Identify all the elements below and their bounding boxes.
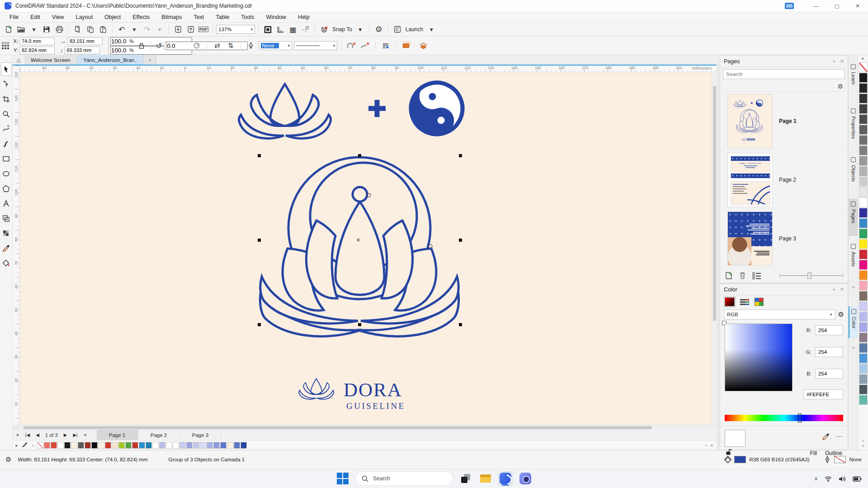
docker-tab-pages[interactable]: Pages <box>849 199 858 236</box>
palette-swatch[interactable] <box>44 442 50 449</box>
palette-swatch[interactable] <box>220 442 226 449</box>
page-1-thumbnail[interactable] <box>727 94 773 148</box>
palette-swatch[interactable] <box>146 442 152 449</box>
options-button[interactable]: ⚙ <box>373 23 385 35</box>
palette-scroll-right[interactable]: › <box>705 443 707 448</box>
side-palette-swatch[interactable] <box>859 114 868 124</box>
side-palette-swatch[interactable] <box>859 156 868 166</box>
page-tab-1[interactable]: Page 1 <box>97 430 138 440</box>
side-palette-swatch[interactable] <box>859 385 868 394</box>
palette-swatch[interactable] <box>179 442 186 449</box>
open-button[interactable] <box>15 23 27 35</box>
pages-options-gear-icon[interactable]: ⚙ <box>837 83 843 90</box>
palette-swatch[interactable] <box>71 442 77 449</box>
cut-button[interactable] <box>72 23 84 35</box>
selection-handle-s[interactable] <box>358 323 361 326</box>
horizontal-scrollbar-thumb[interactable] <box>24 426 652 429</box>
side-palette-swatch[interactable] <box>859 353 868 363</box>
color-eyedropper-icon[interactable] <box>822 433 829 440</box>
battery-icon[interactable] <box>853 476 862 482</box>
palette-swatch[interactable] <box>132 442 138 449</box>
side-palette-swatch[interactable] <box>859 104 868 114</box>
mirror-horizontal-button[interactable]: ⇄ <box>211 40 223 52</box>
palette-swatch[interactable] <box>200 442 206 449</box>
side-palette-swatch[interactable] <box>859 374 868 384</box>
menu-window[interactable]: Window <box>260 13 292 22</box>
side-palette-swatch[interactable] <box>859 322 868 332</box>
page-3-label[interactable]: Page 3 <box>779 235 796 242</box>
new-document-tab-button[interactable]: + <box>144 55 156 65</box>
previous-page-button[interactable]: ◀ <box>33 430 42 440</box>
color-palettes-icon[interactable] <box>755 298 764 306</box>
vertical-scrollbar[interactable] <box>712 72 717 425</box>
palette-swatch[interactable] <box>98 442 104 449</box>
new-document-button[interactable] <box>3 23 14 35</box>
wifi-icon[interactable] <box>824 476 832 482</box>
horizontal-ruler[interactable]: millimeters 6050403020100102030405060708… <box>20 66 717 72</box>
object-height-field[interactable] <box>65 47 100 54</box>
logo-subtitle-text[interactable]: GUISELINE <box>346 401 406 411</box>
page-2-thumbnail[interactable]: DORA GUISELINE <box>727 153 773 207</box>
minimize-button[interactable]: — <box>806 0 826 12</box>
order-to-front-button[interactable] <box>400 40 412 52</box>
side-palette-swatch[interactable] <box>859 364 868 374</box>
palette-swatch[interactable] <box>213 442 220 449</box>
side-palette-flyout-icon[interactable]: ▸ <box>862 56 864 62</box>
menu-table[interactable]: Table <box>210 13 235 22</box>
object-width-field[interactable] <box>67 38 103 45</box>
color-more-icon[interactable]: ⋯ <box>835 432 842 441</box>
side-palette-swatch[interactable] <box>859 135 868 145</box>
page-tab-2[interactable]: Page 2 <box>138 430 180 440</box>
hex-field[interactable] <box>803 389 843 399</box>
transparency-tool[interactable] <box>1 226 12 240</box>
publish-pdf-button[interactable]: PDF <box>198 23 209 35</box>
color-model-select[interactable]: RGB ▾ <box>724 310 835 319</box>
side-palette-swatch[interactable] <box>859 166 868 176</box>
side-palette-swatch[interactable] <box>859 177 868 187</box>
launch-caret[interactable]: ▾ <box>425 23 437 35</box>
snap-to-label[interactable]: Snap To <box>332 26 352 33</box>
launch-label[interactable]: Launch <box>406 26 423 33</box>
palette-swatch[interactable] <box>64 442 71 449</box>
palette-swatch[interactable] <box>57 442 64 449</box>
maximize-button[interactable]: ▢ <box>826 0 847 12</box>
selection-handle-n[interactable] <box>358 154 361 157</box>
tab-document[interactable]: Yann_Anderson_Bran.. <box>77 55 144 65</box>
menu-text[interactable]: Text <box>188 13 210 22</box>
palette-swatch[interactable] <box>152 442 159 449</box>
outline-width-combo[interactable]: None ▾ <box>259 41 292 50</box>
pick-tool[interactable] <box>1 62 12 76</box>
undo-caret[interactable]: ▾ <box>128 23 140 35</box>
side-palette-swatch[interactable] <box>859 281 868 291</box>
menu-file[interactable]: File <box>4 13 24 22</box>
first-page-button[interactable]: |◀ <box>23 430 33 440</box>
palette-swatch[interactable] <box>51 442 57 449</box>
side-palette-swatch[interactable] <box>859 239 868 249</box>
palette-eyedropper-icon[interactable] <box>21 442 29 448</box>
palette-swatch[interactable] <box>91 442 98 449</box>
menu-effects[interactable]: Effects <box>127 13 156 22</box>
menu-tools[interactable]: Tools <box>235 13 260 22</box>
palette-swatch[interactable] <box>173 442 179 449</box>
side-palette-swatch[interactable] <box>859 73 868 83</box>
page-3-thumbnail[interactable] <box>727 211 773 266</box>
show-guidelines-button[interactable] <box>300 23 311 35</box>
launch-icon[interactable] <box>392 23 403 35</box>
side-palette-swatch[interactable] <box>859 125 868 135</box>
scale-h-field[interactable] <box>108 38 128 45</box>
palette-swatch[interactable] <box>112 442 118 449</box>
color-viewer-icon[interactable] <box>725 297 735 306</box>
fullscreen-preview-button[interactable] <box>262 23 274 35</box>
add-page-button-right[interactable]: + <box>80 430 90 440</box>
side-palette-swatch[interactable] <box>859 197 868 207</box>
side-palette-swatch[interactable] <box>859 94 868 103</box>
palette-flyout-icon[interactable]: ▸ <box>13 443 21 448</box>
import-button[interactable] <box>172 23 184 35</box>
slider-thumb[interactable] <box>807 272 811 279</box>
side-palette-swatch[interactable] <box>859 187 868 197</box>
task-view-button[interactable] <box>458 471 473 486</box>
redo-button[interactable]: ↷ <box>141 23 153 35</box>
print-button[interactable] <box>53 23 65 35</box>
rotation-angle-field[interactable] <box>164 42 189 50</box>
vertical-scrollbar-thumb[interactable] <box>713 86 716 321</box>
